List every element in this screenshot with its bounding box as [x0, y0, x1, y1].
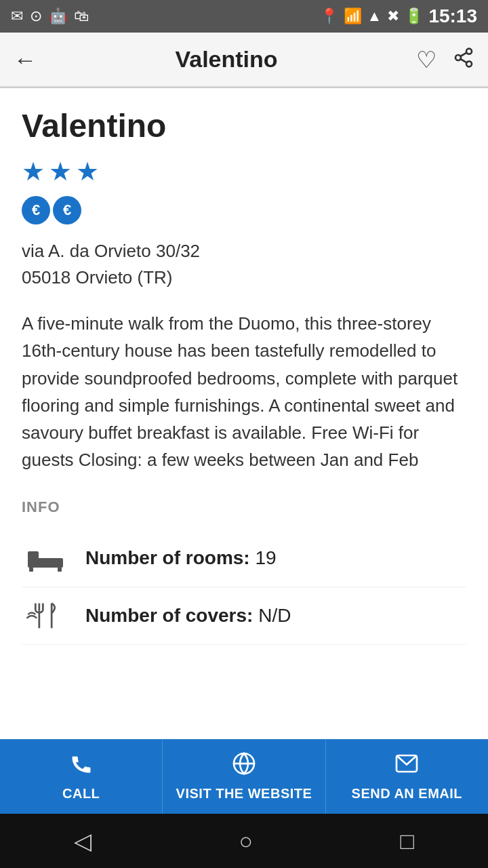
svg-rect-5 [28, 558, 63, 568]
address-line-1: via A. da Orvieto 30/32 [22, 238, 466, 264]
svg-rect-7 [29, 568, 33, 572]
hotel-description: A five-minute walk from the Duomo, this … [22, 310, 466, 474]
back-button[interactable]: ← [14, 48, 37, 71]
star-2: ★ [49, 157, 72, 186]
rooms-count: 19 [255, 547, 276, 568]
euro-badge-1: € [22, 196, 50, 224]
nav-recent-button[interactable]: □ [401, 828, 415, 854]
main-content: Valentino ★ ★ ★ € € via A. da Orvieto 30… [0, 88, 488, 739]
info-section-label: INFO [22, 498, 466, 516]
euro-badge-2: € [53, 196, 81, 224]
status-bar-left: ✉ ⊙ 🤖 🛍 [11, 7, 89, 25]
status-bar-right: 📍 📶 ▲ ✖ 🔋 15:13 [320, 5, 477, 27]
location-status-icon: 📍 [320, 7, 338, 25]
covers-label: Number of covers: [85, 605, 253, 626]
cutlery-icon [22, 601, 69, 631]
nav-back-icon: ◁ [74, 827, 92, 854]
rooms-info-row: Number of rooms: 19 [22, 530, 466, 587]
bag-status-icon: 🛍 [74, 7, 89, 25]
heart-icon: ♡ [416, 48, 436, 71]
star-1: ★ [22, 157, 45, 186]
navigation-bar: ◁ ○ □ [0, 814, 488, 868]
mute-status-icon: ✖ [387, 7, 399, 25]
hotel-address: via A. da Orvieto 30/32 05018 Orvieto (T… [22, 238, 466, 291]
call-label: CALL [62, 786, 100, 802]
app-bar-title: Valentino [175, 46, 277, 73]
rooms-label: Number of rooms: [85, 547, 250, 568]
hotel-name: Valentino [22, 107, 466, 144]
back-icon: ← [14, 48, 37, 71]
app-bar: ← Valentino ♡ [0, 33, 488, 87]
nav-home-icon: ○ [239, 828, 253, 854]
status-time: 15:13 [428, 5, 477, 27]
app-bar-actions: ♡ [416, 47, 474, 72]
share-button[interactable] [453, 47, 474, 72]
nav-recent-icon: □ [401, 828, 415, 854]
price-level: € € [22, 196, 466, 224]
email-status-icon: ✉ [11, 7, 23, 25]
email-label: SEND AN EMAIL [352, 786, 463, 802]
call-button[interactable]: CALL [0, 739, 163, 814]
email-icon [394, 751, 419, 782]
battery-status-icon: 🔋 [405, 7, 423, 25]
nav-back-button[interactable]: ◁ [74, 827, 92, 854]
share-icon [453, 47, 474, 72]
nav-home-button[interactable]: ○ [239, 828, 253, 854]
website-label: VISIT THE WEBSITE [176, 786, 312, 802]
signal-status-icon: 📶 [344, 7, 362, 25]
wifi-status-icon: ▲ [367, 7, 382, 25]
globe-icon [232, 751, 256, 782]
favorite-button[interactable]: ♡ [416, 48, 436, 71]
address-line-2: 05018 Orvieto (TR) [22, 264, 466, 291]
svg-rect-6 [28, 551, 39, 559]
android-status-icon: 🤖 [49, 7, 67, 25]
covers-info-text: Number of covers: N/D [85, 605, 291, 627]
circle-status-icon: ⊙ [30, 7, 42, 25]
svg-rect-8 [58, 568, 62, 572]
svg-line-4 [460, 53, 466, 56]
star-3: ★ [76, 157, 99, 186]
svg-line-3 [460, 59, 466, 62]
star-rating: ★ ★ ★ [22, 157, 466, 186]
website-button[interactable]: VISIT THE WEBSITE [163, 739, 325, 814]
status-bar: ✉ ⊙ 🤖 🛍 📍 📶 ▲ ✖ 🔋 15:13 [0, 0, 488, 33]
bed-icon [22, 543, 69, 573]
covers-info-row: Number of covers: N/D [22, 587, 466, 645]
covers-count: N/D [258, 605, 291, 626]
email-button[interactable]: SEND AN EMAIL [326, 739, 488, 814]
rooms-info-text: Number of rooms: 19 [85, 547, 277, 569]
bottom-action-bar: CALL VISIT THE WEBSITE SEND AN EMAIL [0, 739, 488, 814]
phone-icon [69, 751, 94, 782]
